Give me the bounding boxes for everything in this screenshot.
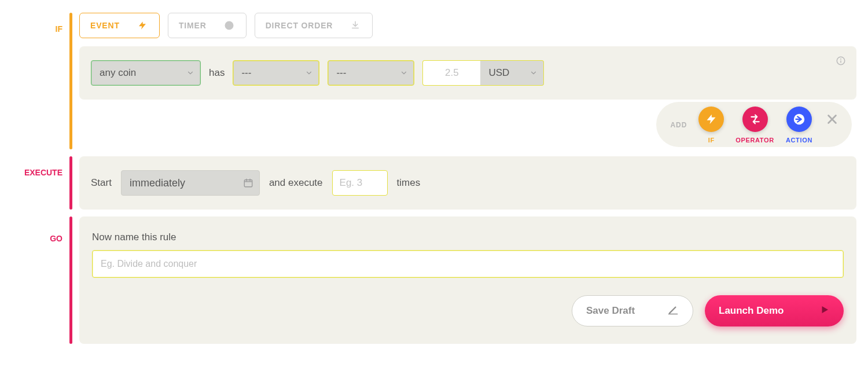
svg-marker-6 xyxy=(822,306,829,313)
play-icon xyxy=(819,304,830,318)
tab-timer-label: TIMER xyxy=(179,21,207,30)
start-time-select[interactable]: immediately xyxy=(121,170,260,196)
calendar-icon xyxy=(243,178,253,188)
info-icon[interactable] xyxy=(836,56,846,66)
unit-select[interactable]: USD xyxy=(480,60,544,86)
if-section: IF EVENT TIMER DIRECT ORDER xyxy=(0,13,856,149)
close-add-button[interactable] xyxy=(824,111,840,127)
tab-event[interactable]: EVENT xyxy=(79,13,160,38)
tab-event-label: EVENT xyxy=(90,21,120,30)
times-label: times xyxy=(397,177,421,189)
condition-select-1-value: --- xyxy=(241,67,251,79)
if-condition-card: any coin has --- --- xyxy=(79,46,856,100)
go-card: Now name this rule Save Draft Launch Dem… xyxy=(79,216,856,344)
execute-section: EXECUTE Start immediately and execute ti… xyxy=(0,156,856,210)
lightning-icon xyxy=(136,20,149,31)
coin-select[interactable]: any coin xyxy=(91,60,201,86)
launch-demo-button[interactable]: Launch Demo xyxy=(705,295,844,326)
chevron-down-icon xyxy=(386,69,408,77)
condition-select-2[interactable]: --- xyxy=(328,60,414,86)
condition-select-2-value: --- xyxy=(336,67,346,79)
svg-point-2 xyxy=(840,58,841,60)
name-title: Now name this rule xyxy=(92,232,844,243)
svg-rect-3 xyxy=(840,60,841,63)
go-label: GO xyxy=(0,216,69,344)
times-input[interactable] xyxy=(332,170,388,196)
add-operator-caption: OPERATOR xyxy=(735,137,774,144)
add-action-caption: ACTION xyxy=(786,137,812,144)
tab-timer[interactable]: TIMER xyxy=(168,13,247,38)
start-label: Start xyxy=(91,177,112,189)
value-input[interactable] xyxy=(422,60,480,86)
unit-select-value: USD xyxy=(488,67,509,79)
and-execute-label: and execute xyxy=(269,177,323,189)
if-label: IF xyxy=(0,13,69,149)
coin-select-value: any coin xyxy=(100,67,136,79)
has-label: has xyxy=(209,67,225,79)
tab-direct-label: DIRECT ORDER xyxy=(266,21,333,30)
save-draft-label: Save Draft xyxy=(586,305,635,317)
add-label: ADD xyxy=(670,121,687,129)
svg-rect-5 xyxy=(244,180,252,187)
value-unit-group: USD xyxy=(422,60,544,86)
clock-icon xyxy=(223,20,236,31)
chevron-down-icon xyxy=(172,69,194,77)
execute-label: EXECUTE xyxy=(0,156,69,210)
add-operator-button[interactable] xyxy=(742,107,768,132)
pencil-icon xyxy=(667,304,679,318)
add-action-button[interactable] xyxy=(786,107,812,132)
tab-direct-order[interactable]: DIRECT ORDER xyxy=(255,13,373,38)
chevron-down-icon xyxy=(291,69,313,77)
save-draft-button[interactable]: Save Draft xyxy=(572,295,693,326)
if-tab-strip: EVENT TIMER DIRECT ORDER xyxy=(79,13,856,38)
launch-demo-label: Launch Demo xyxy=(719,305,784,317)
start-time-value: immediately xyxy=(130,177,185,189)
rule-name-input[interactable] xyxy=(92,250,844,278)
go-section: GO Now name this rule Save Draft Launch … xyxy=(0,216,856,344)
execute-card: Start immediately and execute times xyxy=(79,156,856,210)
add-if-caption: IF xyxy=(708,137,715,144)
add-pill: ADD IF OPERATOR xyxy=(656,102,852,147)
add-strip: ADD IF OPERATOR xyxy=(79,100,856,149)
chevron-down-icon xyxy=(516,69,538,77)
download-icon xyxy=(349,20,362,31)
add-if-button[interactable] xyxy=(698,107,724,132)
condition-select-1[interactable]: --- xyxy=(233,60,319,86)
